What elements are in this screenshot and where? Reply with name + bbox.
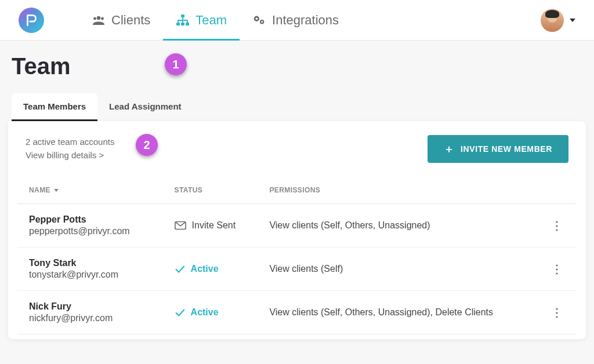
permissions-column-header: PERMISSIONS <box>258 177 537 204</box>
hierarchy-icon <box>176 14 190 27</box>
logo-icon <box>24 13 39 28</box>
billing-link[interactable]: View billing details > <box>26 148 114 162</box>
tab-label: Lead Assignment <box>109 101 181 111</box>
active-accounts-text: 2 active team accounts <box>26 135 114 148</box>
chevron-down-icon <box>54 189 59 192</box>
envelope-icon <box>175 221 186 230</box>
more-actions-button[interactable]: ⋮ <box>549 261 565 277</box>
logo[interactable] <box>19 8 44 33</box>
status-text: Invite Sent <box>192 220 236 231</box>
svg-rect-5 <box>181 23 184 26</box>
status-cell: Invite Sent <box>175 220 247 231</box>
tab-team-members[interactable]: Team Members <box>12 93 97 121</box>
svg-point-1 <box>93 17 96 20</box>
invite-button-label: INVITE NEW MEMBER <box>461 144 552 154</box>
members-table: NAME STATUS PERMISSIONS Pepper Pottspepp… <box>17 177 577 334</box>
annotation-badge-2: 2 <box>136 134 158 156</box>
nav-label: Clients <box>111 13 150 28</box>
svg-point-10 <box>261 21 263 23</box>
member-email: nickfury@privyr.com <box>29 313 151 323</box>
nav-label: Integrations <box>272 13 339 28</box>
permissions-cell: View clients (Self, Others, Unassigned),… <box>258 291 537 334</box>
tab-label: Team Members <box>23 101 86 111</box>
member-email: pepperpotts@privyr.com <box>29 226 151 236</box>
nav-label: Team <box>195 13 227 28</box>
check-icon <box>175 307 185 318</box>
check-icon <box>175 264 185 274</box>
more-vertical-icon: ⋮ <box>551 262 563 276</box>
header-label: NAME <box>29 186 50 194</box>
status-cell: Active <box>175 264 247 274</box>
annotation-badge-1: 1 <box>165 53 187 75</box>
member-name: Tony Stark <box>29 258 151 268</box>
svg-rect-4 <box>176 23 180 26</box>
svg-point-0 <box>97 16 100 19</box>
tab-lead-assignment[interactable]: Lead Assignment <box>97 93 193 121</box>
more-vertical-icon: ⋮ <box>551 219 563 232</box>
user-menu[interactable] <box>541 9 575 32</box>
svg-rect-3 <box>181 14 184 17</box>
permissions-cell: View clients (Self, Others, Unassigned) <box>258 204 537 247</box>
nav-team[interactable]: Team <box>163 0 240 41</box>
top-nav: Clients Team Integrations <box>0 0 594 41</box>
permissions-cell: View clients (Self) <box>258 247 537 291</box>
account-summary: 2 active team accounts View billing deta… <box>26 135 114 162</box>
table-row: Tony Starktonystark@privyr.comActiveView… <box>17 247 577 291</box>
more-actions-button[interactable]: ⋮ <box>549 217 565 234</box>
nav-clients[interactable]: Clients <box>79 0 163 41</box>
invite-new-member-button[interactable]: ＋ INVITE NEW MEMBER <box>428 135 568 163</box>
more-actions-button[interactable]: ⋮ <box>549 304 565 321</box>
member-name: Pepper Potts <box>29 214 151 225</box>
member-email: tonystark@privyr.com <box>29 270 151 280</box>
member-name: Nick Fury <box>29 301 151 312</box>
name-column-header[interactable]: NAME <box>29 186 59 194</box>
status-text: Active <box>191 264 219 274</box>
team-card: 2 active team accounts View billing deta… <box>8 121 586 339</box>
more-vertical-icon: ⋮ <box>551 305 563 319</box>
gears-icon <box>252 14 266 27</box>
avatar <box>541 9 564 32</box>
svg-point-2 <box>101 17 104 20</box>
status-column-header: STATUS <box>163 177 258 204</box>
svg-rect-6 <box>186 23 189 26</box>
table-row: Nick Furynickfury@privyr.comActiveView c… <box>17 291 577 334</box>
page-title: Team <box>12 53 594 79</box>
users-icon <box>92 14 106 27</box>
chevron-down-icon <box>570 19 575 22</box>
card-header: 2 active team accounts View billing deta… <box>17 135 577 177</box>
nav-integrations[interactable]: Integrations <box>240 0 352 41</box>
table-row: Pepper Pottspepperpotts@privyr.comInvite… <box>17 204 577 247</box>
tabs: Team Members Lead Assignment <box>12 93 594 121</box>
status-text: Active <box>191 307 219 318</box>
status-cell: Active <box>175 307 247 318</box>
svg-point-8 <box>256 17 258 20</box>
